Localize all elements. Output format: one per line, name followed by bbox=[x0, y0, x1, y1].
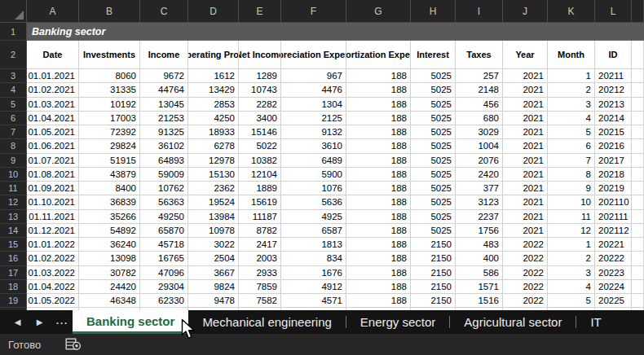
data-cell[interactable]: 46348 bbox=[79, 294, 140, 308]
data-cell[interactable]: 1289 bbox=[239, 69, 281, 83]
column-header-F[interactable]: F bbox=[281, 0, 346, 23]
data-cell[interactable]: 12104 bbox=[239, 168, 281, 182]
column-title-cell[interactable]: Net Income bbox=[239, 41, 281, 69]
data-cell[interactable]: 1004 bbox=[456, 139, 503, 153]
data-cell[interactable]: 2150 bbox=[411, 252, 456, 265]
data-cell[interactable]: 2076 bbox=[456, 154, 503, 168]
row-header-15[interactable]: 15 bbox=[0, 238, 27, 252]
data-cell[interactable]: 188 bbox=[346, 98, 411, 112]
data-cell[interactable]: 01.06.2021 bbox=[27, 139, 79, 153]
data-cell[interactable]: 20223 bbox=[595, 266, 632, 280]
data-cell[interactable]: 188 bbox=[346, 294, 411, 308]
data-cell[interactable]: 188 bbox=[346, 83, 411, 97]
data-cell[interactable]: 188 bbox=[346, 139, 411, 153]
data-cell[interactable]: 188 bbox=[346, 69, 411, 83]
data-cell[interactable]: 62330 bbox=[140, 294, 188, 308]
data-cell[interactable]: 5900 bbox=[281, 168, 346, 182]
next-sheet-button[interactable]: ▶ bbox=[29, 310, 51, 334]
data-cell[interactable]: 5636 bbox=[281, 195, 346, 209]
data-cell[interactable]: 4 bbox=[548, 280, 595, 294]
data-cell[interactable]: 2 bbox=[548, 252, 595, 265]
data-cell[interactable]: 72392 bbox=[79, 125, 140, 139]
empty-cell[interactable] bbox=[632, 182, 644, 195]
data-cell[interactable]: 01.04.2021 bbox=[27, 112, 79, 125]
data-cell[interactable]: 29304 bbox=[140, 280, 188, 294]
data-cell[interactable]: 377 bbox=[456, 182, 503, 195]
data-cell[interactable]: 20213 bbox=[595, 98, 632, 112]
data-cell[interactable]: 01.01.2022 bbox=[27, 238, 79, 252]
data-cell[interactable]: 20212 bbox=[595, 83, 632, 97]
empty-cell[interactable] bbox=[632, 154, 644, 168]
column-title-cell[interactable]: Operating Profit bbox=[188, 41, 239, 69]
data-cell[interactable]: 4925 bbox=[281, 210, 346, 224]
data-cell[interactable]: 31335 bbox=[79, 83, 140, 97]
data-cell[interactable]: 9 bbox=[548, 182, 595, 195]
row-header-17[interactable]: 17 bbox=[0, 266, 27, 280]
data-cell[interactable]: 7859 bbox=[239, 280, 281, 294]
data-cell[interactable]: 2362 bbox=[188, 182, 239, 195]
data-cell[interactable]: 2150 bbox=[411, 238, 456, 252]
data-cell[interactable]: 1 bbox=[548, 69, 595, 83]
sheet-tab-banking-sector[interactable]: Banking sector bbox=[73, 310, 188, 334]
data-cell[interactable]: 51915 bbox=[79, 154, 140, 168]
column-header-K[interactable]: K bbox=[548, 0, 595, 23]
data-cell[interactable]: 8060 bbox=[79, 69, 140, 83]
data-cell[interactable]: 59009 bbox=[140, 168, 188, 182]
empty-cell[interactable] bbox=[632, 41, 644, 69]
data-cell[interactable]: 2148 bbox=[456, 83, 503, 97]
data-cell[interactable]: 3 bbox=[548, 98, 595, 112]
data-cell[interactable]: 188 bbox=[346, 112, 411, 125]
data-cell[interactable]: 2022 bbox=[503, 280, 548, 294]
data-cell[interactable]: 9672 bbox=[140, 69, 188, 83]
data-cell[interactable]: 5025 bbox=[411, 182, 456, 195]
data-cell[interactable]: 257 bbox=[456, 69, 503, 83]
empty-cell[interactable] bbox=[632, 139, 644, 153]
empty-cell[interactable] bbox=[632, 69, 644, 83]
data-cell[interactable]: 15619 bbox=[239, 195, 281, 209]
data-cell[interactable]: 188 bbox=[346, 266, 411, 280]
row-header-19[interactable]: 19 bbox=[0, 294, 27, 308]
empty-cell[interactable] bbox=[632, 266, 644, 280]
column-title-cell[interactable]: Date bbox=[27, 41, 79, 69]
data-cell[interactable]: 21253 bbox=[140, 112, 188, 125]
data-cell[interactable]: 2021 bbox=[503, 182, 548, 195]
data-cell[interactable]: 3400 bbox=[239, 112, 281, 125]
empty-cell[interactable] bbox=[632, 252, 644, 265]
data-cell[interactable]: 5025 bbox=[411, 69, 456, 83]
data-cell[interactable]: 19524 bbox=[188, 195, 239, 209]
data-cell[interactable]: 9132 bbox=[281, 125, 346, 139]
data-cell[interactable]: 188 bbox=[346, 182, 411, 195]
column-title-cell[interactable]: Depreciation Expense bbox=[281, 41, 346, 69]
data-cell[interactable]: 5025 bbox=[411, 139, 456, 153]
data-cell[interactable]: 36839 bbox=[79, 195, 140, 209]
row-header-12[interactable]: 12 bbox=[0, 195, 27, 209]
data-cell[interactable]: 5022 bbox=[239, 139, 281, 153]
data-cell[interactable]: 10 bbox=[548, 195, 595, 209]
data-cell[interactable]: 6587 bbox=[281, 224, 346, 238]
column-header-C[interactable]: C bbox=[140, 0, 188, 23]
row-header-6[interactable]: 6 bbox=[0, 112, 27, 125]
column-title-cell[interactable]: Interest bbox=[411, 41, 456, 69]
data-cell[interactable]: 3 bbox=[548, 266, 595, 280]
data-cell[interactable]: 01.03.2021 bbox=[27, 98, 79, 112]
data-cell[interactable]: 2022 bbox=[503, 252, 548, 265]
column-header-A[interactable]: A bbox=[27, 0, 79, 23]
data-cell[interactable]: 4 bbox=[548, 112, 595, 125]
row-header-16[interactable]: 16 bbox=[0, 252, 27, 265]
column-title-cell[interactable]: Investments bbox=[79, 41, 140, 69]
data-cell[interactable]: 188 bbox=[346, 252, 411, 265]
data-cell[interactable]: 3610 bbox=[281, 139, 346, 153]
empty-cell[interactable] bbox=[632, 125, 644, 139]
column-header-sliver[interactable] bbox=[632, 0, 644, 23]
column-header-D[interactable]: D bbox=[188, 0, 239, 23]
column-title-cell[interactable]: ID bbox=[595, 41, 632, 69]
data-cell[interactable]: 5025 bbox=[411, 83, 456, 97]
row-header-2[interactable]: 2 bbox=[0, 41, 27, 69]
data-cell[interactable]: 8400 bbox=[79, 182, 140, 195]
row-header-1[interactable]: 1 bbox=[0, 23, 27, 41]
data-cell[interactable]: 20219 bbox=[595, 182, 632, 195]
data-cell[interactable]: 8 bbox=[548, 168, 595, 182]
row-header-11[interactable]: 11 bbox=[0, 182, 27, 195]
data-cell[interactable]: 30782 bbox=[79, 266, 140, 280]
data-cell[interactable]: 1076 bbox=[281, 182, 346, 195]
